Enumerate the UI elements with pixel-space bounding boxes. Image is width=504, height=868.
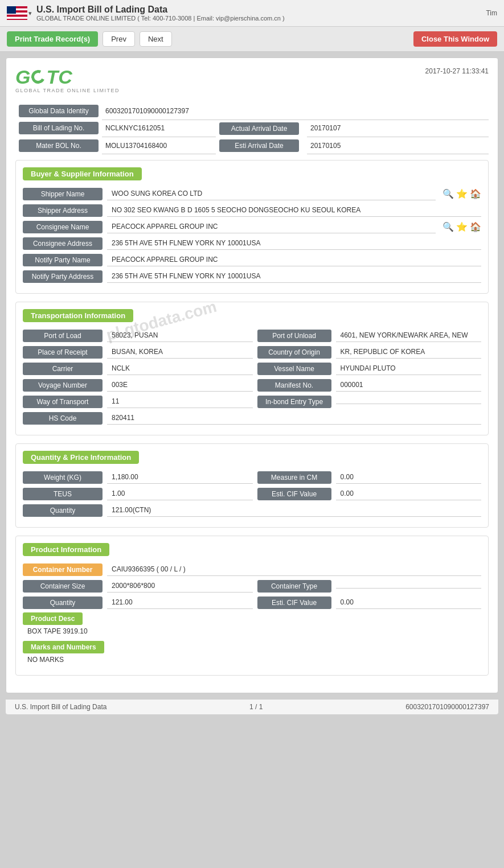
port-of-load-value: 58023, PUSAN (107, 329, 253, 342)
carrier-value: NCLK (107, 362, 253, 375)
product-esti-cif-label: Esti. CIF Value (257, 597, 331, 609)
svg-rect-5 (7, 15, 27, 17)
voyage-manifest-row: Voyage Number 003E Manifest No. 000001 (23, 379, 481, 392)
carrier-label: Carrier (23, 363, 103, 375)
consignee-address-value: 236 5TH AVE 5TH FLNEW YORK NY 10001USA (107, 237, 481, 250)
marks-and-numbers-label: Marks and Numbers (23, 641, 104, 653)
notify-party-name-label: Notify Party Name (23, 254, 103, 266)
consignee-address-row: Consignee Address 236 5TH AVE 5TH FLNEW … (23, 237, 481, 250)
shipper-star-icon[interactable]: ⭐ (456, 188, 468, 199)
product-desc-value: BOX TAPE 3919.10 (23, 625, 481, 637)
buyer-supplier-section: Buyer & Supplier Information Shipper Nam… (15, 160, 489, 294)
shipper-name-value: WOO SUNG KOREA CO LTD (107, 187, 436, 200)
quantity-label: Quantity (23, 504, 103, 517)
container-type-label: Container Type (257, 580, 331, 593)
country-of-origin-label: Country of Origin (257, 346, 331, 359)
main-content: pl.gtodata.com G TC GLOBAL TRADE ONLINE … (6, 57, 498, 693)
shipper-search-icon[interactable]: 🔍 (442, 188, 454, 199)
product-title: Product Information (23, 543, 109, 556)
page-footer: U.S. Import Bill of Lading Data 1 / 1 60… (6, 699, 498, 714)
consignee-icons: 🔍 ⭐ 🏠 (442, 221, 481, 232)
svg-rect-8 (7, 6, 16, 14)
hs-code-value: 820411 (107, 412, 481, 425)
transportation-title: Transportation Information (23, 309, 133, 322)
flag-dropdown[interactable]: ▾ (28, 10, 32, 17)
container-size-type-row: Container Size 2000*806*800 Container Ty… (23, 579, 481, 593)
manifest-no-label: Manifest No. (257, 379, 331, 392)
in-bond-entry-type-value (336, 399, 482, 404)
product-esti-cif-value: 0.00 (336, 596, 482, 609)
transport-inbond-row: Way of Transport 11 In-bond Entry Type (23, 395, 481, 408)
toolbar: Print Trade Record(s) Prev Next Close Th… (0, 27, 504, 52)
hs-code-label: HS Code (23, 412, 103, 425)
print-button[interactable]: Print Trade Record(s) (7, 31, 98, 47)
consignee-name-row: Consignee Name PEACOCK APPAREL GROUP INC… (23, 220, 481, 233)
prev-button[interactable]: Prev (103, 31, 135, 47)
logo-area: G TC GLOBAL TRADE ONLINE LIMITED 2017-10… (15, 67, 489, 93)
place-of-receipt-value: BUSAN, KOREA (107, 345, 253, 359)
actual-arrival-date-value: 20170107 (307, 120, 489, 137)
teus-label: TEUS (23, 488, 103, 500)
bill-of-lading-label: Bill of Lading No. (19, 122, 99, 134)
country-of-origin-value: KR, REPUBLIC OF KOREA (336, 345, 482, 359)
logo-container: G TC GLOBAL TRADE ONLINE LIMITED (15, 67, 120, 93)
notify-party-address-row: Notify Party Address 236 5TH AVE 5TH FLN… (23, 270, 481, 283)
teus-value: 1.00 (107, 487, 253, 500)
next-button[interactable]: Next (140, 31, 172, 47)
consignee-search-icon[interactable]: 🔍 (442, 221, 454, 232)
measure-label: Measure in CM (257, 471, 331, 484)
voyage-number-value: 003E (107, 379, 253, 392)
flag-icon: ▾ (7, 6, 32, 20)
port-of-unload-value: 4601, NEW YORK/NEWARK AREA, NEW (336, 329, 482, 342)
product-desc-row: Product Desc BOX TAPE 3919.10 (23, 612, 481, 637)
measure-value: 0.00 (336, 471, 482, 484)
shipper-name-row: Shipper Name WOO SUNG KOREA CO LTD 🔍 ⭐ 🏠 (23, 187, 481, 200)
weight-measure-row: Weight (KG) 1,180.00 Measure in CM 0.00 (23, 471, 481, 484)
consignee-star-icon[interactable]: ⭐ (456, 221, 468, 232)
product-section: Product Information Container Number CAI… (15, 536, 489, 676)
logo-tc: TC (46, 67, 72, 87)
footer-left: U.S. Import Bill of Lading Data (15, 703, 106, 711)
app-subtitle: GLOBAL TRADE ONLINE LIMITED ( Tel: 400-7… (36, 15, 285, 22)
shipper-address-value: NO 302 SEO KWANG B D 1605 5 SEOCHO DONGS… (107, 204, 481, 217)
container-type-value (336, 583, 482, 589)
close-button[interactable]: Close This Window (413, 31, 497, 47)
container-size-value: 2000*806*800 (107, 579, 253, 593)
esti-arrival-date-label: Esti Arrival Date (219, 139, 299, 152)
consignee-name-value: PEACOCK APPAREL GROUP INC (107, 220, 436, 233)
esti-cif-value: 0.00 (336, 487, 482, 500)
consignee-home-icon[interactable]: 🏠 (470, 221, 481, 232)
shipper-home-icon[interactable]: 🏠 (470, 188, 481, 199)
in-bond-entry-type-label: In-bond Entry Type (257, 396, 331, 408)
voyage-number-label: Voyage Number (23, 379, 103, 392)
esti-cif-label: Esti. CIF Value (257, 488, 331, 500)
transportation-section: Transportation Information Port of Load … (15, 302, 489, 435)
marks-numbers-row: Marks and Numbers NO MARKS (23, 641, 481, 666)
product-quantity-cif-row: Quantity 121.00 Esti. CIF Value 0.00 (23, 596, 481, 609)
container-size-label: Container Size (23, 580, 103, 593)
place-of-receipt-label: Place of Receipt (23, 346, 103, 359)
bill-of-lading-row: Bill of Lading No. NCLKNYC1612051 Actual… (15, 120, 489, 137)
notify-party-address-label: Notify Party Address (23, 270, 103, 283)
weight-label: Weight (KG) (23, 471, 103, 484)
global-data-identity-label: Global Data Identity (19, 105, 99, 117)
esti-arrival-date-value: 20170105 (307, 137, 489, 154)
carrier-vessel-row: Carrier NCLK Vessel Name HYUNDAI PLUTO (23, 362, 481, 375)
app-title: U.S. Import Bill of Lading Data (36, 5, 285, 15)
buyer-supplier-title: Buyer & Supplier Information (23, 167, 142, 180)
receipt-origin-row: Place of Receipt BUSAN, KOREA Country of… (23, 345, 481, 359)
mater-bol-value: MOLU13704168400 (102, 137, 216, 154)
shipper-address-label: Shipper Address (23, 204, 103, 217)
product-desc-label: Product Desc (23, 612, 83, 625)
footer-center: 1 / 1 (249, 703, 263, 711)
marks-and-numbers-value: NO MARKS (23, 653, 481, 666)
quantity-price-title: Quantity & Price Information (23, 451, 139, 464)
logo-graphic: G TC (15, 67, 72, 87)
notify-party-name-row: Notify Party Name PEACOCK APPAREL GROUP … (23, 253, 481, 266)
vessel-name-label: Vessel Name (257, 363, 331, 375)
way-of-transport-value: 11 (107, 395, 253, 408)
document-timestamp: 2017-10-27 11:33:41 (425, 67, 489, 75)
container-number-row: Container Number CAIU9366395 ( 00 / L / … (23, 563, 481, 576)
header-text-block: U.S. Import Bill of Lading Data GLOBAL T… (36, 5, 285, 22)
hs-code-row: HS Code 820411 (23, 412, 481, 425)
